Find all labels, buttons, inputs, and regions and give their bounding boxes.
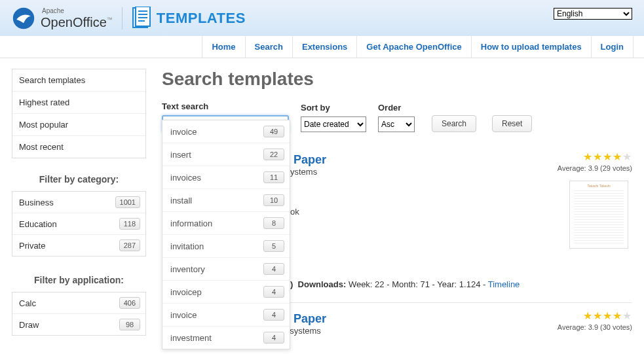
star-icons: ★★★★★	[558, 150, 632, 163]
category-education[interactable]: Education 118	[12, 213, 145, 235]
autocomplete-count: 11	[263, 171, 284, 183]
autocomplete-label: invoicep	[170, 287, 202, 297]
autocomplete-count: 22	[263, 149, 284, 160]
nav-howto-upload[interactable]: How to upload templates	[471, 36, 592, 58]
category-business[interactable]: Business 1001	[12, 192, 145, 213]
autocomplete-label: invoice	[170, 127, 197, 137]
templates-logo[interactable]: TEMPLATES	[132, 7, 246, 30]
search-button[interactable]: Search	[432, 115, 476, 132]
sort-by-group: Sort by Date created	[301, 103, 366, 132]
dl-month-key: Month:	[392, 279, 418, 289]
sidebar-item-highest-rated[interactable]: Highest rated	[12, 92, 145, 114]
category-private[interactable]: Private 287	[12, 235, 145, 256]
dl-week-key: Week:	[349, 279, 373, 289]
document-icon	[132, 7, 151, 30]
sidebar-quick-links: Search templates Highest rated Most popu…	[12, 69, 146, 158]
autocomplete-item[interactable]: information8	[162, 212, 290, 235]
nav-search[interactable]: Search	[245, 36, 293, 58]
autocomplete-count: 10	[263, 194, 284, 206]
sidebar-item-most-popular[interactable]: Most popular	[12, 114, 145, 136]
application-label: Calc	[19, 298, 36, 308]
logo[interactable]: Apache OpenOffice™	[12, 7, 113, 30]
autocomplete-item[interactable]: insert22	[162, 143, 290, 166]
reset-button[interactable]: Reset	[492, 115, 532, 132]
autocomplete-item[interactable]: inventory4	[162, 258, 290, 281]
autocomplete-item[interactable]: invoices11	[162, 166, 290, 189]
category-label: Education	[19, 219, 57, 229]
filter-application-list: Calc 406 Draw 98	[12, 292, 146, 336]
autocomplete-label: install	[170, 196, 192, 205]
logo-text: Apache OpenOffice™	[41, 8, 113, 29]
autocomplete-count: 4	[263, 286, 284, 298]
application-draw[interactable]: Draw 98	[12, 314, 145, 335]
application-label: Draw	[19, 320, 39, 330]
autocomplete-item[interactable]: investment4	[162, 327, 290, 349]
autocomplete-count: 5	[263, 240, 284, 252]
nav-home[interactable]: Home	[202, 36, 245, 58]
language-select[interactable]: English	[554, 8, 632, 20]
result-thumbnail[interactable]: Takashi Takeshi	[569, 181, 628, 249]
dl-year-key: Year:	[437, 279, 457, 289]
header: Apache OpenOffice™ TEMPLATES English	[0, 0, 644, 36]
autocomplete-count: 4	[263, 263, 284, 275]
order-group: Order Asc	[378, 103, 420, 132]
category-label: Private	[19, 241, 45, 251]
autocomplete-label: information	[170, 219, 212, 228]
application-count: 406	[119, 297, 140, 309]
category-label: Business	[19, 198, 54, 207]
timeline-link[interactable]: Timeline	[488, 279, 520, 289]
autocomplete-count: 4	[263, 332, 284, 344]
logo-apache: Apache	[42, 8, 113, 14]
autocomplete-item[interactable]: invoicep4	[162, 281, 290, 304]
autocomplete-label: inventory	[170, 264, 205, 274]
autocomplete-count: 49	[263, 126, 284, 137]
sort-by-select[interactable]: Date created	[301, 116, 366, 132]
autocomplete-label: investment	[170, 333, 212, 343]
filter-category-list: Business 1001 Education 118 Private 287	[12, 191, 146, 257]
autocomplete-label: invoices	[170, 173, 201, 183]
nav-login[interactable]: Login	[591, 36, 634, 58]
result-title[interactable]: Paper	[290, 312, 326, 325]
rating-block: ★★★★★ Average: 3.9 (29 votes)	[558, 150, 632, 172]
templates-label: TEMPLATES	[157, 10, 246, 27]
main-nav: Home Search Extensions Get Apache OpenOf…	[0, 36, 644, 58]
dl-year-val: 1.124	[459, 279, 481, 289]
nav-get-openoffice[interactable]: Get Apache OpenOffice	[356, 36, 471, 58]
application-count: 98	[119, 319, 140, 330]
autocomplete-item[interactable]: install10	[162, 189, 290, 212]
autocomplete-item[interactable]: invitation5	[162, 235, 290, 258]
star-icons: ★★★★★	[558, 310, 632, 322]
svg-rect-2	[136, 7, 150, 26]
filter-category-title: Filter by category:	[12, 174, 146, 185]
main: Search templates Highest rated Most popu…	[0, 58, 644, 354]
autocomplete-count: 4	[263, 309, 284, 321]
logo-openoffice: OpenOffice™	[41, 16, 113, 29]
openoffice-bird-icon	[12, 7, 35, 30]
rating-block: ★★★★★ Average: 3.9 (30 votes)	[558, 310, 632, 331]
autocomplete-item[interactable]: invoice4	[162, 304, 290, 327]
autocomplete-label: invitation	[170, 241, 204, 251]
dl-week-val: 22	[375, 279, 384, 289]
sidebar-item-most-recent[interactable]: Most recent	[12, 136, 145, 158]
page-title: Search templates	[162, 69, 632, 90]
autocomplete-label: insert	[170, 150, 191, 160]
sidebar-item-search-templates[interactable]: Search templates	[12, 69, 145, 92]
category-count: 287	[119, 239, 140, 251]
content: Search templates Text search Sort by Dat…	[162, 69, 632, 354]
category-count: 1001	[115, 196, 140, 208]
dl-month-val: 71	[421, 279, 430, 289]
nav-extensions[interactable]: Extensions	[292, 36, 357, 58]
autocomplete-dropdown: invoice49 insert22 invoices11 install10 …	[162, 120, 290, 349]
order-select[interactable]: Asc	[378, 116, 415, 132]
downloads-label: Downloads:	[298, 279, 347, 289]
application-calc[interactable]: Calc 406	[12, 292, 145, 314]
rating-average: Average: 3.9 (30 votes)	[558, 323, 632, 331]
sort-by-label: Sort by	[301, 103, 366, 113]
filter-application-title: Filter by application:	[12, 275, 146, 285]
autocomplete-label: invoice	[170, 310, 197, 320]
order-label: Order	[378, 103, 420, 113]
autocomplete-item[interactable]: invoice49	[162, 120, 290, 143]
language-select-wrapper: English	[554, 8, 632, 20]
rating-average: Average: 3.9 (29 votes)	[558, 164, 632, 172]
result-title[interactable]: Paper	[290, 153, 326, 166]
